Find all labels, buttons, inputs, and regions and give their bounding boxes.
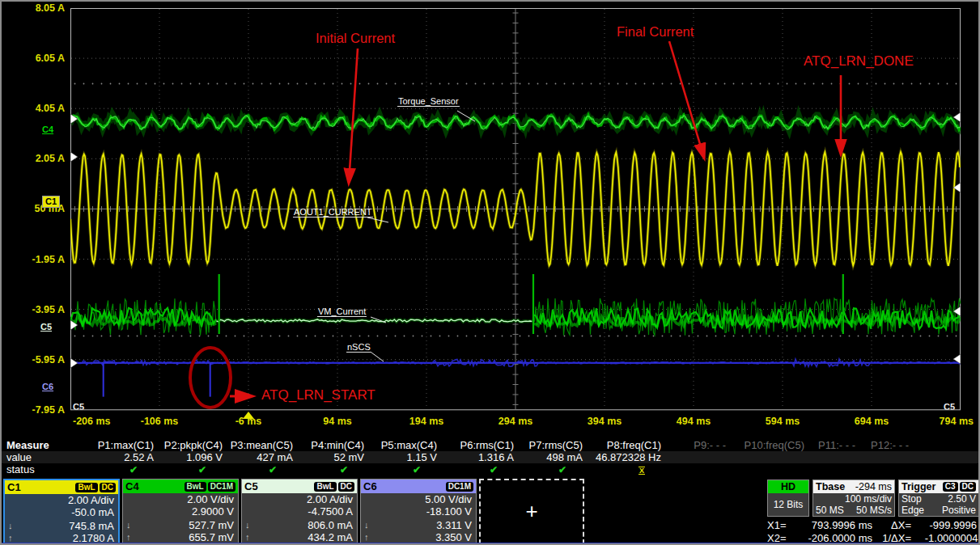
measure-column-header[interactable]: P11:- - - [811,439,862,451]
x1-label: X1= [767,519,795,532]
trigger-source-badge: C3 [943,482,958,492]
trigger-title: Trigger [902,481,935,492]
channel-marker-c6[interactable]: C6 [42,382,53,391]
measure-value: 52 mV [299,451,371,463]
channel-max: 434.2 mA [308,531,353,543]
measure-status [811,463,862,475]
channel-marker-c4[interactable]: C4 [42,125,53,134]
status-ok-icon: ✔ [129,464,138,475]
measure-column-header[interactable]: P5:max(C4) [371,439,443,451]
annotation-atq-lrn-start: ATQ_LRN_START [261,387,375,403]
measure-column-header[interactable]: P10:freq(C5) [732,439,811,451]
status-ok-icon: ✔ [490,464,498,475]
channel-scale: 2.00 A/div [68,494,114,506]
channel-box-c5[interactable]: C5BwLDC2.00 A/div-4.7500 A↓806.0 mA↑434.… [241,479,358,544]
channel-badge-dc1m: DC1M [446,482,473,492]
channel-badge-bwl: BwL [185,482,206,492]
x-axis-label: 794 ms [940,416,974,427]
channel-offset: -4.7500 A [308,505,353,518]
trigger-position-marker[interactable] [243,412,254,419]
channel-id-label: C5 [244,480,258,492]
channel-scale: 2.00 A/div [307,493,353,505]
channel-min: 745.8 mA [69,520,114,532]
x-axis-label: 394 ms [588,416,622,427]
channel-marker-c1[interactable]: C1 [42,196,60,208]
channel-max: 655.7 mV [189,531,234,543]
measure-value: 427 mA [229,451,299,463]
measure-column-header[interactable]: P8:freq(C1) [589,439,668,451]
max-arrow-icon: ↑ [126,531,131,543]
status-ok-icon: ✔ [269,464,277,475]
measure-status: ✔ [371,463,443,475]
dx-value: -999.9996 ms [914,519,980,532]
x-axis-label: -206 ms [73,416,111,427]
channel-id-label: C6 [363,480,377,492]
trace-label-vm-current[interactable]: VM_Current [317,306,367,317]
channel-badge-bwl: BwL [314,482,336,492]
min-arrow-icon: ↓ [8,520,13,532]
measure-column-header[interactable]: P7:rms(C5) [520,439,589,451]
trigger-slope: Positive [942,505,976,516]
channel-offset: -18.100 V [426,505,472,518]
min-arrow-icon: ↓ [245,519,250,531]
trace-label-aout1-current[interactable]: AOUT1_CURRENT [293,207,373,218]
measure-status: X [589,463,668,475]
annotation-final-current: Final Current [617,24,694,40]
trace-label-nscs[interactable]: nSCS [346,342,371,353]
min-arrow-icon: ↓ [364,519,369,531]
dx-label: ΔX= [872,519,914,532]
trace-label-leaders [367,111,475,361]
y-axis-label: -1.95 A [2,254,65,265]
x1-value: 793.9996 ms [795,519,872,532]
trigger-box[interactable]: Trigger C3 DC Stop 2.50 V Edge Positive [898,480,979,517]
cursor-readout: X1= 793.9996 ms ΔX= -999.9996 ms X2= -20… [767,519,980,545]
measure-column-header[interactable]: P12:- - - [862,439,915,451]
measure-value [862,451,915,463]
measure-value: 46.872328 Hz [589,451,668,463]
tbase-offset: -294 ms [855,481,892,492]
x-axis-label: 194 ms [409,416,443,427]
channel-box-c6[interactable]: C6DC1M5.00 V/div-18.100 V↓3.311 V↑3.350 … [360,479,477,544]
channel-min: 527.7 mV [189,519,234,531]
add-trace-button[interactable]: + [479,479,584,544]
x-axis-label: -106 ms [141,416,179,427]
measure-value: 498 mA [520,451,589,463]
hd-acquisition-box[interactable]: HD 12 Bits [767,480,809,517]
channel-badge-dc1m: DC1M [208,482,235,492]
max-arrow-icon: ↑ [245,531,250,543]
status-ok-icon: ✔ [340,464,348,475]
measure-value: 2.52 A [95,451,160,463]
channel-offset: 2.9000 V [192,505,234,518]
measure-column-header[interactable]: P9:- - - [668,439,732,451]
measure-value [732,451,811,463]
oscilloscope-screen: 8.05 A6.05 A4.05 A2.05 A50 mA-1.95 A-3.9… [0,0,980,545]
channel-badge-dc: DC [100,483,116,492]
measure-row-label: value [2,451,95,463]
channel-box-c4[interactable]: C4BwLDC1M2.00 V/div2.9000 V↓527.7 mV↑655… [122,479,239,544]
channel-scale: 2.00 V/div [187,493,234,505]
channel-min: 3.311 V [436,519,472,531]
trigger-coupling-badge: DC [960,482,976,492]
measure-column-header[interactable]: P6:rms(C1) [443,439,520,451]
bottom-divider [2,543,978,544]
channel-min: 806.0 mA [308,519,353,531]
y-axis-label: 4.05 A [2,103,65,114]
trigger-level: 2.50 V [948,493,976,505]
timebase-box[interactable]: Tbase -294 ms 100 ms/div 50 MS 50 MS/s [812,480,895,517]
measure-column-header[interactable]: P1:max(C1) [95,439,160,451]
measure-status: ✔ [443,463,520,475]
measure-row-label: Measure [2,439,95,451]
status-ok-icon: ✔ [413,464,421,475]
status-ok-icon: ✔ [558,464,566,475]
channel-max: 3.350 V [435,531,472,543]
trigger-type: Edge [902,505,924,516]
channel-box-c1[interactable]: C1BwLDC2.00 A/div-50.0 mA↓745.8 mA↑2.178… [3,479,120,544]
measure-column-header[interactable]: P3:mean(C5) [229,439,299,451]
measure-status: ✔ [160,463,229,475]
channel-marker-c5[interactable]: C5 [40,322,52,332]
measure-column-header[interactable]: P4:min(C4) [299,439,371,451]
measure-value: 1.316 A [443,451,520,463]
measure-value [811,451,862,463]
measure-column-header[interactable]: P2:pkpk(C4) [160,439,229,451]
trace-label-torque-sensor[interactable]: Torque_Sensor [397,96,460,107]
